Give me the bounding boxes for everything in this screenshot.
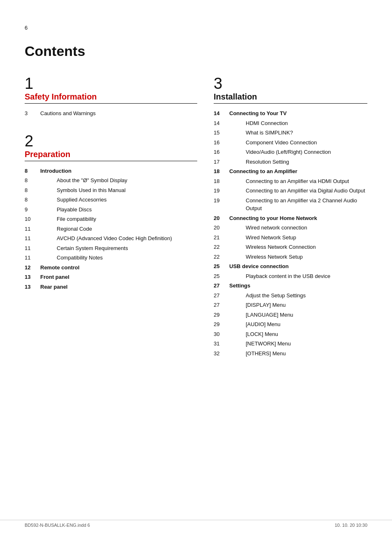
- toc-entry: 11Compatibility Notes: [25, 253, 197, 263]
- toc-entry: 22Wireless Network Setup: [214, 252, 367, 262]
- toc-page-num: 9: [25, 205, 40, 215]
- toc-page-num: 32: [214, 349, 229, 359]
- toc-label: USB device connection: [229, 262, 367, 271]
- toc-page-num: 8: [25, 176, 40, 185]
- toc-label: Video/Audio (Left/Right) Connection: [229, 147, 367, 157]
- toc-entry: 29[AUDIO] Menu: [214, 320, 367, 329]
- toc-entry: 8Supplied Accesorries: [25, 195, 197, 205]
- toc-entry: 16Component Video Connection: [214, 138, 367, 148]
- toc-label: File compatibility: [40, 214, 197, 224]
- left-column: 1 Safety Information 3Cautions and Warni…: [25, 76, 197, 373]
- right-column: 3 Installation 14Connecting to Your TV14…: [214, 76, 367, 373]
- footer-left: BD592-N-BUSALLK-ENG.indd 6: [25, 523, 90, 528]
- toc-entry: 9Playable Discs: [25, 205, 197, 215]
- toc-label: Connecting to Your TV: [229, 109, 367, 118]
- toc-page-num: 21: [214, 233, 229, 243]
- toc-label: AVCHD (Advanced Video Codec High Definit…: [40, 234, 197, 243]
- toc-entry: 31[NETWORK] Menu: [214, 339, 367, 349]
- toc-page-num: 22: [214, 242, 229, 252]
- toc-entry: 32[OTHERS] Menu: [214, 349, 367, 359]
- toc-page-num: 18: [214, 167, 229, 176]
- section-2-title: Preparation: [25, 150, 197, 159]
- section-2-divider: [25, 161, 197, 161]
- toc-label: Remote control: [40, 263, 197, 273]
- toc-label: Playable Discs: [40, 205, 197, 215]
- toc-page-num: 14: [214, 118, 229, 128]
- toc-entry: 27Adjust the Setup Settings: [214, 291, 367, 301]
- page: 6 Contents 1 Safety Information 3Caution…: [0, 0, 392, 535]
- toc-entry: 11Certain System Requirements: [25, 243, 197, 253]
- toc-page-num: 13: [25, 272, 40, 282]
- main-title: Contents: [25, 43, 367, 59]
- section-3: 3 Installation 14Connecting to Your TV14…: [214, 76, 367, 358]
- section-2-toc: 8Introduction8About the "Ø" Symbol Displ…: [25, 166, 197, 292]
- toc-page-num: 11: [25, 234, 40, 243]
- toc-label: Cautions and Warnings: [40, 109, 197, 118]
- toc-entry: 29[LANGUAGE] Menu: [214, 310, 367, 320]
- toc-label: Adjust the Setup Settings: [229, 291, 367, 301]
- section-1: 1 Safety Information 3Cautions and Warni…: [25, 76, 197, 118]
- toc-entry: 20Connecting to your Home Network: [214, 213, 367, 223]
- toc-page-num: 12: [25, 263, 40, 273]
- two-column-layout: 1 Safety Information 3Cautions and Warni…: [25, 76, 367, 373]
- toc-label: [DISPLAY] Menu: [229, 300, 367, 310]
- toc-page-num: 25: [214, 262, 229, 271]
- footer-right: 10. 10. 20 10:30: [334, 523, 367, 528]
- toc-entry: 27[DISPLAY] Menu: [214, 300, 367, 310]
- toc-entry: 22Wireless Network Connection: [214, 242, 367, 252]
- toc-label: [NETWORK] Menu: [229, 339, 367, 349]
- toc-label: Certain System Requirements: [40, 243, 197, 253]
- section-2-num: 2: [25, 133, 197, 149]
- section-3-toc: 14Connecting to Your TV14HDMI Connection…: [214, 109, 367, 358]
- toc-page-num: 13: [25, 282, 40, 292]
- toc-entry: 25Playback content in the USB device: [214, 271, 367, 281]
- toc-entry: 21Wired Network Setup: [214, 233, 367, 243]
- toc-page-num: 14: [214, 109, 229, 118]
- toc-entry: 19Connecting to an Amplifier via 2 Chann…: [214, 196, 367, 213]
- toc-label: [LOCK] Menu: [229, 329, 367, 339]
- toc-label: Front panel: [40, 272, 197, 282]
- toc-entry: 13Rear panel: [25, 282, 197, 292]
- toc-entry: 14Connecting to Your TV: [214, 109, 367, 118]
- toc-page-num: 29: [214, 320, 229, 329]
- toc-label: Symbols Used in this Manual: [40, 185, 197, 195]
- toc-page-num: 15: [214, 128, 229, 138]
- toc-page-num: 18: [214, 176, 229, 186]
- page-footer: BD592-N-BUSALLK-ENG.indd 6 10. 10. 20 10…: [0, 520, 392, 528]
- toc-page-num: 8: [25, 185, 40, 195]
- toc-label: [OTHERS] Menu: [229, 349, 367, 359]
- toc-page-num: 16: [214, 147, 229, 157]
- section-1-num: 1: [25, 76, 197, 91]
- toc-page-num: 22: [214, 252, 229, 262]
- toc-entry: 14HDMI Connection: [214, 118, 367, 128]
- toc-page-num: 20: [214, 213, 229, 223]
- toc-label: Wireless Network Setup: [229, 252, 367, 262]
- toc-label: Compatibility Notes: [40, 253, 197, 263]
- toc-entry: 20Wired network connection: [214, 223, 367, 233]
- toc-page-num: 29: [214, 310, 229, 320]
- section-1-toc: 3Cautions and Warnings: [25, 109, 197, 118]
- toc-label: HDMI Connection: [229, 118, 367, 128]
- toc-label: Component Video Connection: [229, 138, 367, 148]
- toc-page-num: 8: [25, 166, 40, 176]
- toc-label: Introduction: [40, 166, 197, 176]
- toc-label: What is SIMPLINK?: [229, 128, 367, 138]
- toc-page-num: 25: [214, 271, 229, 281]
- toc-entry: 3Cautions and Warnings: [25, 109, 197, 118]
- toc-label: Playback content in the USB device: [229, 271, 367, 281]
- toc-entry: 17Resolution Setting: [214, 157, 367, 167]
- toc-entry: 8About the "Ø" Symbol Display: [25, 176, 197, 185]
- toc-entry: 10File compatibility: [25, 214, 197, 224]
- toc-label: Connecting to an Amplifier: [229, 167, 367, 176]
- toc-page-num: 20: [214, 223, 229, 233]
- toc-label: [LANGUAGE] Menu: [229, 310, 367, 320]
- toc-label: Settings: [229, 281, 367, 291]
- toc-page-num: 8: [25, 195, 40, 205]
- toc-entry: 11Regional Code: [25, 224, 197, 234]
- toc-entry: 11AVCHD (Advanced Video Codec High Defin…: [25, 234, 197, 243]
- toc-page-num: 27: [214, 281, 229, 291]
- toc-page-num: 11: [25, 224, 40, 234]
- page-number: 6: [25, 25, 367, 31]
- toc-entry: 19Connecting to an Amplifier via Digital…: [214, 186, 367, 196]
- toc-page-num: 16: [214, 138, 229, 148]
